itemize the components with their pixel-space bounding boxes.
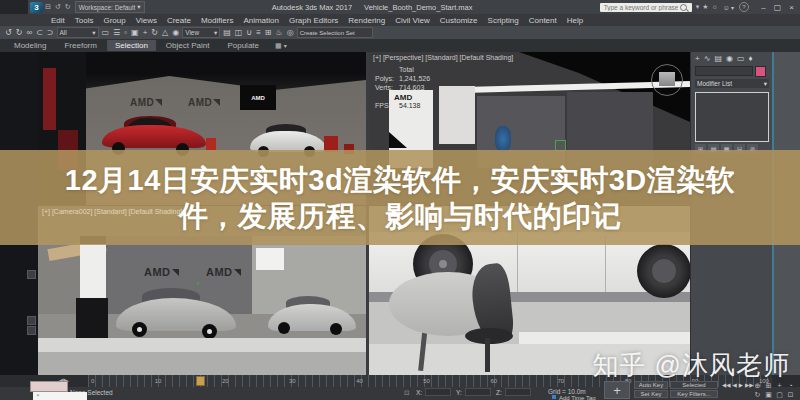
- toolbar-icon[interactable]: ▣: [130, 27, 140, 38]
- toolbar-icon[interactable]: +: [142, 27, 149, 38]
- viewport-label[interactable]: [+] [Perspective] [Standard] [Default Sh…: [373, 54, 513, 61]
- toolbar-icon[interactable]: ◎: [286, 27, 295, 38]
- amd-arrow-icon: [234, 269, 241, 276]
- command-panel-tab-icon[interactable]: ◉: [726, 54, 733, 63]
- set-key-button[interactable]: Set Key: [634, 390, 668, 398]
- command-panel-tab-icon[interactable]: ∿: [704, 54, 711, 63]
- named-selection-sets-field[interactable]: Create Selection Set: [297, 27, 373, 38]
- chevron-down-icon[interactable]: ▾: [284, 42, 287, 49]
- tab-freeform[interactable]: Freeform: [56, 40, 104, 51]
- tab-object-paint[interactable]: Object Paint: [158, 40, 218, 51]
- command-panel-tab-icon[interactable]: ▭: [737, 54, 745, 63]
- menu-item[interactable]: Create: [162, 16, 196, 25]
- command-panel-tab-icon[interactable]: ♦: [748, 54, 752, 63]
- viewcube[interactable]: [651, 64, 683, 96]
- viewport-layout-tab-button[interactable]: [27, 326, 36, 335]
- menu-item[interactable]: Graph Editors: [284, 16, 343, 25]
- toolbar-icon[interactable]: ▭: [101, 27, 111, 38]
- toolbar-icon[interactable]: ◫: [234, 27, 244, 38]
- time-slider-handle[interactable]: [196, 376, 205, 386]
- menu-item[interactable]: Tools: [70, 16, 99, 25]
- signin-user-icon[interactable]: ☺: [723, 4, 730, 11]
- toolbar-icon[interactable]: ∪: [245, 27, 253, 38]
- command-panel-tab-icon[interactable]: +: [695, 54, 700, 63]
- menu-item[interactable]: Modifiers: [196, 16, 238, 25]
- chevron-down-icon[interactable]: ▾: [731, 4, 734, 11]
- menu-item[interactable]: Help: [562, 16, 588, 25]
- selection-filter-dropdown[interactable]: All ▾: [57, 27, 99, 38]
- quick-access-icon[interactable]: ↻: [63, 3, 73, 11]
- menu-item[interactable]: Group: [98, 16, 130, 25]
- help-icon[interactable]: ?: [739, 2, 749, 12]
- toolbar-icon[interactable]: ⊃: [46, 27, 55, 38]
- add-time-tag[interactable]: Add Time Tag: [559, 395, 596, 400]
- chair-post: [485, 338, 490, 372]
- close-button[interactable]: ×: [785, 3, 798, 12]
- menu-item[interactable]: Animation: [238, 16, 284, 25]
- toolbar-icon[interactable]: ≡: [255, 27, 262, 38]
- toolbar-icon[interactable]: ☰: [112, 27, 121, 38]
- 3dsmax-logo-icon[interactable]: 3: [30, 2, 43, 13]
- toolbar-icon[interactable]: △: [161, 27, 169, 38]
- modifier-list-dropdown[interactable]: Modifier List ▾: [695, 79, 769, 88]
- viewport-layout-tab-button[interactable]: [27, 270, 36, 279]
- create-key-button[interactable]: +: [604, 381, 630, 399]
- menu-item[interactable]: Edit: [46, 16, 70, 25]
- navigation-button[interactable]: ▢: [774, 390, 785, 399]
- toolbar-icon[interactable]: ↻: [150, 27, 159, 38]
- key-filters-button[interactable]: Key Filters...: [670, 390, 718, 398]
- object-color-swatch[interactable]: [755, 66, 766, 77]
- navigation-button[interactable]: ⊡: [785, 390, 796, 399]
- navigation-button[interactable]: ↻: [752, 390, 763, 399]
- amd-logo-text: AMD: [188, 97, 212, 108]
- navigation-button[interactable]: ▣: [763, 390, 774, 399]
- notification-popup[interactable]: ＊: [33, 392, 87, 400]
- menu-item[interactable]: Views: [131, 16, 162, 25]
- menu-item[interactable]: Scripting: [483, 16, 524, 25]
- object-name-field[interactable]: [695, 66, 753, 76]
- toolbar-icon[interactable]: ⊞: [264, 27, 273, 38]
- selection-lock-icon[interactable]: ⊡: [404, 389, 409, 397]
- command-panel-tab-icon[interactable]: ▤: [714, 54, 722, 63]
- maximize-button[interactable]: ▢: [771, 3, 784, 12]
- quick-access-icon[interactable]: ⊟: [43, 3, 53, 11]
- viewport-layout-tab-button[interactable]: [27, 316, 36, 325]
- wheel-hub: [439, 260, 447, 268]
- modifier-stack[interactable]: [695, 92, 769, 142]
- tab-selection[interactable]: Selection: [107, 40, 156, 51]
- search-input[interactable]: [602, 3, 680, 12]
- search-box[interactable]: [600, 3, 692, 12]
- workspace-dropdown[interactable]: Workspace: Default ▾: [75, 1, 145, 13]
- search-icon[interactable]: [680, 4, 687, 11]
- ribbon-layout-icon[interactable]: ▦: [275, 42, 282, 50]
- quick-access-icon[interactable]: ↺: [53, 3, 63, 11]
- menu-item[interactable]: Content: [524, 16, 562, 25]
- menu-item[interactable]: Rendering: [343, 16, 390, 25]
- toolbar-icon[interactable]: ↻: [15, 27, 24, 38]
- tab-modeling[interactable]: Modeling: [6, 40, 54, 51]
- y-coordinate-field[interactable]: [465, 388, 491, 396]
- toolbar-icon[interactable]: ◉: [171, 27, 180, 38]
- toolbar-icon[interactable]: ⊂: [35, 27, 44, 38]
- amd-sign-text: AMD: [251, 95, 265, 101]
- titlebar-icon[interactable]: ★: [702, 3, 708, 11]
- z-coordinate-field[interactable]: [505, 388, 531, 396]
- menu-item[interactable]: Civil View: [390, 16, 435, 25]
- toolbar-icon[interactable]: ▤: [222, 27, 232, 38]
- x-coordinate-field[interactable]: [425, 388, 451, 396]
- maxscript-mini-listener[interactable]: [30, 381, 68, 392]
- toolbar-icon[interactable]: ↺: [4, 27, 13, 38]
- viewcube-cube[interactable]: [659, 72, 675, 86]
- viewport-label[interactable]: [+] [Camera002] [Standard] [Default Shad…: [42, 208, 182, 215]
- modifier-list-label: Modifier List: [697, 80, 732, 87]
- titlebar-icon[interactable]: ▾: [696, 3, 700, 11]
- toolbar-icon[interactable]: ♨: [275, 27, 284, 38]
- toolbar-icon[interactable]: ▫: [123, 27, 128, 38]
- minimize-button[interactable]: –: [757, 3, 770, 12]
- toolbar-icon[interactable]: ∞: [25, 27, 33, 38]
- reference-coordinate-dropdown[interactable]: View ▾: [182, 27, 220, 38]
- tab-populate[interactable]: Populate: [219, 40, 267, 51]
- x-label: X:: [416, 389, 422, 396]
- menu-item[interactable]: Customize: [435, 16, 483, 25]
- titlebar-icon[interactable]: ☼: [711, 3, 717, 11]
